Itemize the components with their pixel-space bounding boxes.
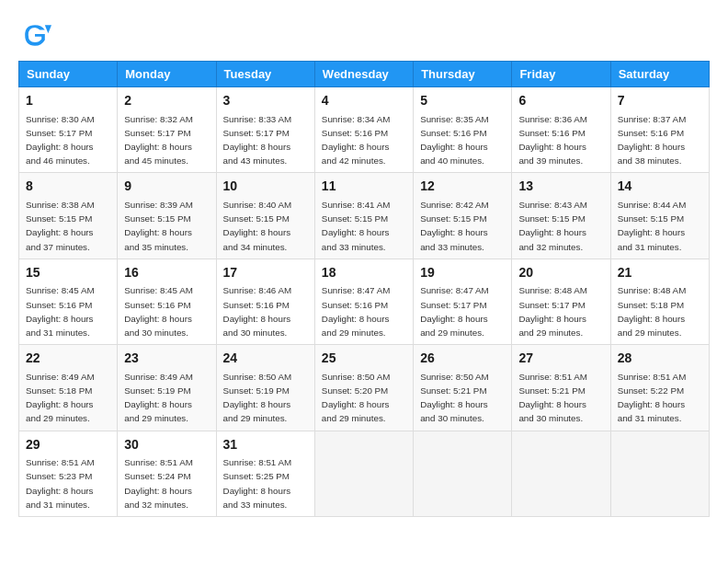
- col-header-thursday: Thursday: [414, 62, 512, 87]
- day-number: 2: [124, 92, 209, 110]
- calendar-week-1: 1 Sunrise: 8:30 AMSunset: 5:17 PMDayligh…: [19, 87, 710, 173]
- day-number: 5: [420, 92, 505, 110]
- calendar-cell: 8 Sunrise: 8:38 AMSunset: 5:15 PMDayligh…: [19, 173, 118, 259]
- day-info: Sunrise: 8:45 AMSunset: 5:16 PMDaylight:…: [124, 285, 193, 338]
- calendar-cell: 26 Sunrise: 8:50 AMSunset: 5:21 PMDaylig…: [414, 345, 512, 431]
- day-number: 8: [26, 178, 110, 196]
- calendar-cell: 12 Sunrise: 8:42 AMSunset: 5:15 PMDaylig…: [414, 173, 512, 259]
- calendar-cell: 2 Sunrise: 8:32 AMSunset: 5:17 PMDayligh…: [118, 87, 216, 173]
- day-info: Sunrise: 8:46 AMSunset: 5:16 PMDaylight:…: [223, 285, 292, 338]
- day-info: Sunrise: 8:42 AMSunset: 5:15 PMDaylight:…: [420, 200, 489, 252]
- day-number: 17: [223, 264, 308, 282]
- day-info: Sunrise: 8:35 AMSunset: 5:16 PMDaylight:…: [420, 114, 489, 167]
- day-number: 26: [420, 350, 505, 368]
- svg-marker-0: [45, 25, 51, 33]
- day-number: 6: [518, 92, 603, 110]
- day-number: 20: [518, 264, 603, 282]
- calendar-cell: 25 Sunrise: 8:50 AMSunset: 5:20 PMDaylig…: [314, 345, 413, 431]
- day-info: Sunrise: 8:32 AMSunset: 5:17 PMDaylight:…: [124, 114, 193, 167]
- calendar-cell: 27 Sunrise: 8:51 AMSunset: 5:21 PMDaylig…: [512, 345, 610, 431]
- day-number: 9: [124, 178, 209, 196]
- day-info: Sunrise: 8:49 AMSunset: 5:19 PMDaylight:…: [124, 372, 193, 424]
- day-info: Sunrise: 8:51 AMSunset: 5:22 PMDaylight:…: [618, 372, 687, 424]
- day-number: 31: [223, 436, 308, 454]
- calendar-cell: 7 Sunrise: 8:37 AMSunset: 5:16 PMDayligh…: [610, 87, 709, 173]
- calendar-cell: 28 Sunrise: 8:51 AMSunset: 5:22 PMDaylig…: [610, 345, 709, 431]
- day-number: 29: [26, 436, 110, 454]
- day-info: Sunrise: 8:48 AMSunset: 5:18 PMDaylight:…: [618, 285, 687, 338]
- day-number: 16: [124, 264, 209, 282]
- calendar-cell: [512, 431, 610, 516]
- day-info: Sunrise: 8:41 AMSunset: 5:15 PMDaylight:…: [322, 200, 391, 252]
- calendar-cell: 22 Sunrise: 8:49 AMSunset: 5:18 PMDaylig…: [19, 345, 118, 431]
- day-number: 28: [618, 350, 702, 368]
- calendar-cell: 3 Sunrise: 8:33 AMSunset: 5:17 PMDayligh…: [216, 87, 314, 173]
- day-info: Sunrise: 8:39 AMSunset: 5:15 PMDaylight:…: [124, 200, 193, 252]
- calendar-cell: 4 Sunrise: 8:34 AMSunset: 5:16 PMDayligh…: [314, 87, 413, 173]
- day-info: Sunrise: 8:47 AMSunset: 5:17 PMDaylight:…: [420, 285, 489, 338]
- day-info: Sunrise: 8:40 AMSunset: 5:15 PMDaylight:…: [223, 200, 292, 252]
- day-info: Sunrise: 8:33 AMSunset: 5:17 PMDaylight:…: [223, 114, 292, 167]
- day-info: Sunrise: 8:51 AMSunset: 5:21 PMDaylight:…: [518, 372, 587, 424]
- calendar-cell: 16 Sunrise: 8:45 AMSunset: 5:16 PMDaylig…: [118, 259, 216, 344]
- day-number: 23: [124, 350, 209, 368]
- calendar-cell: 1 Sunrise: 8:30 AMSunset: 5:17 PMDayligh…: [19, 87, 118, 173]
- day-info: Sunrise: 8:34 AMSunset: 5:16 PMDaylight:…: [322, 114, 391, 167]
- day-info: Sunrise: 8:44 AMSunset: 5:15 PMDaylight:…: [618, 200, 687, 252]
- day-info: Sunrise: 8:43 AMSunset: 5:15 PMDaylight:…: [518, 200, 587, 252]
- day-info: Sunrise: 8:48 AMSunset: 5:17 PMDaylight:…: [518, 285, 587, 338]
- calendar-cell: 13 Sunrise: 8:43 AMSunset: 5:15 PMDaylig…: [512, 173, 610, 259]
- day-info: Sunrise: 8:50 AMSunset: 5:20 PMDaylight:…: [322, 372, 391, 424]
- logo-icon: [18, 18, 51, 52]
- page-header: [18, 18, 710, 52]
- day-number: 11: [322, 178, 406, 196]
- day-number: 10: [223, 178, 308, 196]
- calendar-table: SundayMondayTuesdayWednesdayThursdayFrid…: [18, 61, 710, 517]
- day-number: 27: [518, 350, 603, 368]
- calendar-cell: 24 Sunrise: 8:50 AMSunset: 5:19 PMDaylig…: [216, 345, 314, 431]
- calendar-cell: [610, 431, 709, 516]
- day-number: 7: [618, 92, 702, 110]
- day-info: Sunrise: 8:47 AMSunset: 5:16 PMDaylight:…: [322, 285, 391, 338]
- day-info: Sunrise: 8:38 AMSunset: 5:15 PMDaylight:…: [26, 200, 95, 252]
- day-info: Sunrise: 8:51 AMSunset: 5:23 PMDaylight:…: [26, 457, 95, 510]
- calendar-cell: 17 Sunrise: 8:46 AMSunset: 5:16 PMDaylig…: [216, 259, 314, 344]
- col-header-tuesday: Tuesday: [216, 62, 314, 87]
- day-number: 18: [322, 264, 406, 282]
- day-info: Sunrise: 8:49 AMSunset: 5:18 PMDaylight:…: [26, 372, 95, 424]
- calendar-cell: 9 Sunrise: 8:39 AMSunset: 5:15 PMDayligh…: [118, 173, 216, 259]
- col-header-saturday: Saturday: [610, 62, 709, 87]
- day-number: 1: [26, 92, 110, 110]
- logo: [18, 18, 57, 52]
- calendar-week-2: 8 Sunrise: 8:38 AMSunset: 5:15 PMDayligh…: [19, 173, 710, 259]
- calendar-cell: 19 Sunrise: 8:47 AMSunset: 5:17 PMDaylig…: [414, 259, 512, 344]
- col-header-wednesday: Wednesday: [314, 62, 413, 87]
- day-info: Sunrise: 8:45 AMSunset: 5:16 PMDaylight:…: [26, 285, 95, 338]
- calendar-week-5: 29 Sunrise: 8:51 AMSunset: 5:23 PMDaylig…: [19, 431, 710, 516]
- day-number: 15: [26, 264, 110, 282]
- calendar-cell: 31 Sunrise: 8:51 AMSunset: 5:25 PMDaylig…: [216, 431, 314, 516]
- day-number: 4: [322, 92, 406, 110]
- calendar-cell: 10 Sunrise: 8:40 AMSunset: 5:15 PMDaylig…: [216, 173, 314, 259]
- day-number: 25: [322, 350, 406, 368]
- calendar-cell: 20 Sunrise: 8:48 AMSunset: 5:17 PMDaylig…: [512, 259, 610, 344]
- day-info: Sunrise: 8:30 AMSunset: 5:17 PMDaylight:…: [26, 114, 95, 167]
- calendar-cell: [314, 431, 413, 516]
- calendar-cell: 30 Sunrise: 8:51 AMSunset: 5:24 PMDaylig…: [118, 431, 216, 516]
- calendar-cell: 29 Sunrise: 8:51 AMSunset: 5:23 PMDaylig…: [19, 431, 118, 516]
- day-info: Sunrise: 8:36 AMSunset: 5:16 PMDaylight:…: [518, 114, 587, 167]
- day-number: 13: [518, 178, 603, 196]
- calendar-cell: 21 Sunrise: 8:48 AMSunset: 5:18 PMDaylig…: [610, 259, 709, 344]
- calendar-cell: 23 Sunrise: 8:49 AMSunset: 5:19 PMDaylig…: [118, 345, 216, 431]
- col-header-sunday: Sunday: [19, 62, 118, 87]
- day-info: Sunrise: 8:51 AMSunset: 5:24 PMDaylight:…: [124, 457, 193, 510]
- col-header-monday: Monday: [118, 62, 216, 87]
- day-info: Sunrise: 8:51 AMSunset: 5:25 PMDaylight:…: [223, 457, 292, 510]
- calendar-header-row: SundayMondayTuesdayWednesdayThursdayFrid…: [19, 62, 710, 87]
- calendar-week-3: 15 Sunrise: 8:45 AMSunset: 5:16 PMDaylig…: [19, 259, 710, 344]
- calendar-cell: [414, 431, 512, 516]
- calendar-cell: 18 Sunrise: 8:47 AMSunset: 5:16 PMDaylig…: [314, 259, 413, 344]
- calendar-cell: 15 Sunrise: 8:45 AMSunset: 5:16 PMDaylig…: [19, 259, 118, 344]
- day-info: Sunrise: 8:37 AMSunset: 5:16 PMDaylight:…: [618, 114, 687, 167]
- day-number: 30: [124, 436, 209, 454]
